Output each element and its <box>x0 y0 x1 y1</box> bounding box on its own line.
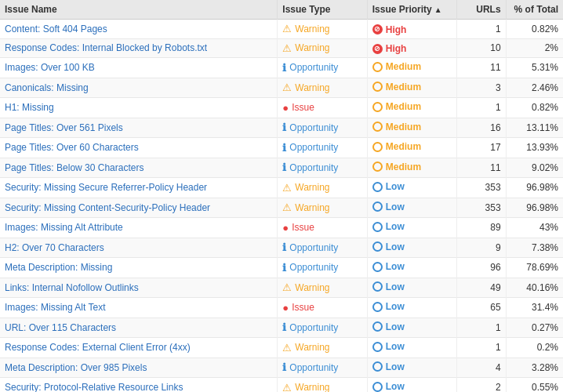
cell-issue-name: Meta Description: Missing <box>0 258 278 278</box>
cell-pct: 31.4% <box>506 298 563 318</box>
priority-label: Medium <box>386 122 421 132</box>
warning-icon: ⚠ <box>282 382 292 392</box>
type-label: Issue <box>292 222 314 233</box>
priority-low-icon <box>372 281 383 292</box>
type-label: Opportunity <box>289 322 338 333</box>
priority-label: Low <box>386 241 405 252</box>
cell-urls: 353 <box>457 198 506 218</box>
type-label: Opportunity <box>289 262 338 273</box>
cell-urls: 16 <box>457 118 506 138</box>
table-row[interactable]: Security: Protocol-Relative Resource Lin… <box>0 378 563 393</box>
warning-icon: ⚠ <box>282 281 292 293</box>
type-label: Issue <box>292 102 314 113</box>
type-label: Opportunity <box>289 142 338 153</box>
cell-issue-name: Page Titles: Over 60 Characters <box>0 138 278 158</box>
table-row[interactable]: URL: Over 115 CharactersℹOpportunityLow1… <box>0 318 563 338</box>
type-label: Warning <box>295 24 329 34</box>
table-row[interactable]: Canonicals: Missing⚠WarningMedium32.46% <box>0 78 563 98</box>
priority-label: Medium <box>386 82 421 93</box>
type-label: Warning <box>295 42 329 53</box>
cell-issue-name: Meta Description: Over 985 Pixels <box>0 358 278 378</box>
priority-low-icon <box>372 342 383 352</box>
cell-issue-priority: Low <box>367 238 456 258</box>
cell-pct: 0.55% <box>506 378 563 393</box>
table-row[interactable]: Response Codes: Internal Blocked by Robo… <box>0 38 563 58</box>
opportunity-icon: ℹ <box>282 321 286 333</box>
table-row[interactable]: Images: Missing Alt Attribute●IssueLow89… <box>0 218 563 238</box>
table-row[interactable]: Security: Missing Secure Referrer-Policy… <box>0 178 563 198</box>
table-row[interactable]: Links: Internal Nofollow Outlinks⚠Warnin… <box>0 278 563 298</box>
cell-urls: 1 <box>457 20 506 39</box>
cell-issue-priority: Medium <box>367 58 456 78</box>
cell-issue-type: ⚠Warning <box>278 278 367 298</box>
table-row[interactable]: Security: Missing Content-Security-Polic… <box>0 198 563 218</box>
warning-icon: ⚠ <box>282 342 292 354</box>
table-row[interactable]: H2: Over 70 CharactersℹOpportunityLow97.… <box>0 238 563 258</box>
cell-issue-name: H1: Missing <box>0 98 278 118</box>
cell-urls: 1 <box>457 318 506 338</box>
cell-issue-type: ℹOpportunity <box>278 258 367 278</box>
table-row[interactable]: Meta Description: Over 985 PixelsℹOpport… <box>0 358 563 378</box>
cell-issue-priority: Low <box>367 298 456 318</box>
cell-issue-type: ⚠Warning <box>278 78 367 98</box>
warning-icon: ⚠ <box>282 42 292 54</box>
cell-issue-name: Links: Internal Nofollow Outlinks <box>0 278 278 298</box>
cell-issue-name: Images: Missing Alt Text <box>0 298 278 318</box>
cell-issue-name: Response Codes: External Client Error (4… <box>0 338 278 358</box>
cell-urls: 10 <box>457 38 506 58</box>
type-label: Opportunity <box>289 242 338 253</box>
cell-pct: 96.98% <box>506 198 563 218</box>
priority-low-icon <box>372 262 383 272</box>
priority-label: Low <box>386 181 405 192</box>
table-row[interactable]: Page Titles: Over 60 CharactersℹOpportun… <box>0 138 563 158</box>
type-label: Opportunity <box>289 162 338 173</box>
cell-issue-type: ●Issue <box>278 298 367 318</box>
cell-issue-type: ●Issue <box>278 98 367 118</box>
table-row[interactable]: Meta Description: MissingℹOpportunityLow… <box>0 258 563 278</box>
type-label: Opportunity <box>289 122 338 133</box>
table-row[interactable]: Content: Soft 404 Pages⚠Warning⊘High10.8… <box>0 20 563 39</box>
cell-issue-type: ℹOpportunity <box>278 118 367 138</box>
opportunity-icon: ℹ <box>282 361 286 373</box>
cell-issue-type: ℹOpportunity <box>278 58 367 78</box>
table-row[interactable]: H1: Missing●IssueMedium10.82% <box>0 98 563 118</box>
cell-issue-priority: Medium <box>367 118 456 138</box>
cell-pct: 40.16% <box>506 278 563 298</box>
cell-urls: 11 <box>457 158 506 178</box>
cell-issue-priority: ⊘High <box>367 20 456 39</box>
type-label: Warning <box>295 82 329 93</box>
table-row[interactable]: Page Titles: Below 30 CharactersℹOpportu… <box>0 158 563 178</box>
cell-pct: 2.46% <box>506 78 563 98</box>
priority-label: Low <box>386 381 405 392</box>
cell-urls: 17 <box>457 138 506 158</box>
cell-urls: 89 <box>457 218 506 238</box>
sort-arrow: ▲ <box>434 5 442 14</box>
col-header-pct: % of Total <box>506 0 563 20</box>
priority-low-icon <box>372 302 383 312</box>
cell-urls: 96 <box>457 258 506 278</box>
cell-urls: 353 <box>457 178 506 198</box>
priority-medium-icon <box>372 162 383 172</box>
priority-high-icon: ⊘ <box>372 44 383 54</box>
opportunity-icon: ℹ <box>282 142 286 154</box>
cell-issue-priority: Medium <box>367 158 456 178</box>
table-row[interactable]: Images: Missing Alt Text●IssueLow6531.4% <box>0 298 563 318</box>
priority-low-icon <box>372 382 383 392</box>
priority-high-icon: ⊘ <box>372 24 383 34</box>
table-row[interactable]: Page Titles: Over 561 PixelsℹOpportunity… <box>0 118 563 138</box>
issue-icon: ● <box>282 222 289 234</box>
cell-issue-name: Content: Soft 404 Pages <box>0 20 278 39</box>
opportunity-icon: ℹ <box>282 62 286 74</box>
cell-pct: 2% <box>506 38 563 58</box>
type-label: Warning <box>295 342 329 353</box>
col-header-priority[interactable]: Issue Priority▲ <box>367 0 456 20</box>
cell-issue-priority: Medium <box>367 138 456 158</box>
priority-label: Low <box>386 361 405 372</box>
cell-issue-name: Images: Over 100 KB <box>0 58 278 78</box>
table-row[interactable]: Response Codes: External Client Error (4… <box>0 338 563 358</box>
cell-issue-priority: Low <box>367 178 456 198</box>
table-row[interactable]: Images: Over 100 KBℹOpportunityMedium115… <box>0 58 563 78</box>
cell-pct: 13.11% <box>506 118 563 138</box>
cell-urls: 9 <box>457 238 506 258</box>
cell-issue-priority: Medium <box>367 98 456 118</box>
